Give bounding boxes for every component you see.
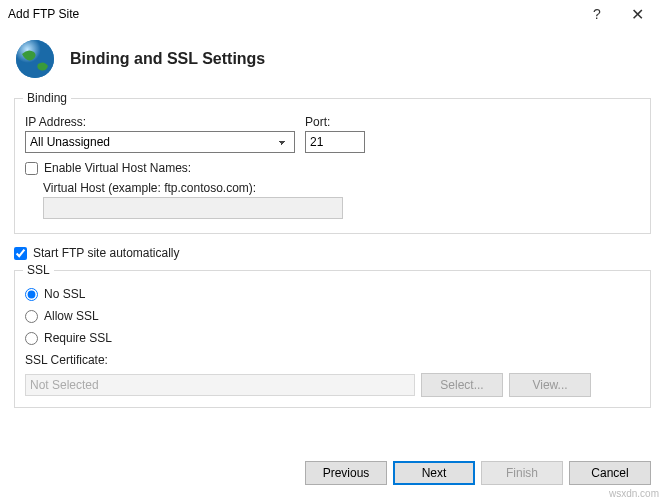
ssl-cert-select: Not Selected [25, 374, 415, 396]
cancel-button[interactable]: Cancel [569, 461, 651, 485]
require-ssl-label: Require SSL [44, 331, 112, 345]
globe-icon [14, 38, 56, 80]
page-title: Binding and SSL Settings [70, 50, 265, 68]
vhost-input [43, 197, 343, 219]
allow-ssl-radio[interactable] [25, 310, 38, 323]
enable-vhost-label: Enable Virtual Host Names: [44, 161, 191, 175]
titlebar: Add FTP Site ? ✕ [0, 0, 665, 28]
start-auto-label: Start FTP site automatically [33, 246, 180, 260]
ssl-cert-label: SSL Certificate: [25, 353, 108, 367]
require-ssl-radio[interactable] [25, 332, 38, 345]
wizard-header: Binding and SSL Settings [0, 28, 665, 98]
allow-ssl-label: Allow SSL [44, 309, 99, 323]
ssl-legend: SSL [23, 263, 54, 277]
vhost-label: Virtual Host (example: ftp.contoso.com): [43, 181, 256, 195]
ip-address-select[interactable]: All Unassigned [25, 131, 295, 153]
ssl-group: SSL No SSL Allow SSL Require SSL SSL Cer… [14, 270, 651, 408]
watermark: wsxdn.com [609, 488, 659, 499]
binding-group: Binding IP Address: All Unassigned Port:… [14, 98, 651, 234]
close-icon[interactable]: ✕ [617, 5, 657, 24]
wizard-footer: Previous Next Finish Cancel [305, 461, 651, 485]
ssl-select-button: Select... [421, 373, 503, 397]
svg-point-1 [16, 40, 54, 78]
previous-button[interactable]: Previous [305, 461, 387, 485]
enable-vhost-checkbox[interactable] [25, 162, 38, 175]
finish-button: Finish [481, 461, 563, 485]
start-auto-checkbox[interactable] [14, 247, 27, 260]
next-button[interactable]: Next [393, 461, 475, 485]
no-ssl-radio[interactable] [25, 288, 38, 301]
window-title: Add FTP Site [8, 7, 577, 21]
binding-legend: Binding [23, 91, 71, 105]
help-icon[interactable]: ? [577, 6, 617, 22]
no-ssl-label: No SSL [44, 287, 85, 301]
port-input[interactable] [305, 131, 365, 153]
ssl-view-button: View... [509, 373, 591, 397]
ip-address-label: IP Address: [25, 115, 295, 129]
port-label: Port: [305, 115, 365, 129]
